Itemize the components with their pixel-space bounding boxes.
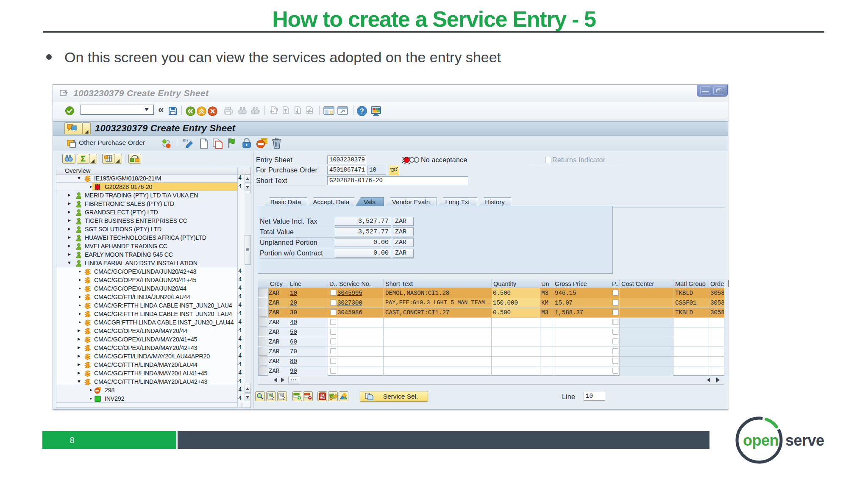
svg-text:69: 69 [183, 138, 188, 143]
svg-text:100: 100 [320, 396, 325, 399]
svg-text:?: ? [360, 108, 364, 115]
svg-text:serve: serve [785, 432, 824, 449]
svg-text:open: open [743, 432, 779, 449]
svg-text:Σ: Σ [81, 154, 85, 163]
